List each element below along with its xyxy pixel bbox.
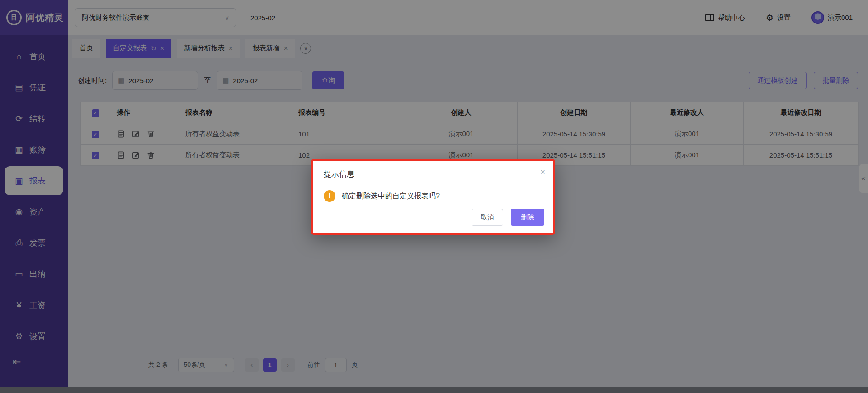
warning-icon: !	[324, 190, 335, 202]
dialog-title: 提示信息	[324, 169, 544, 179]
close-icon[interactable]: ×	[540, 167, 545, 177]
app-window: 目 阿优精灵 ⌂ 首页 ▤ 凭证 ⟳ 结转 ▦ 账簿 ▣ 报表	[0, 0, 868, 393]
dialog-actions: 取消 删除	[472, 209, 544, 226]
dialog-message: 确定删除选中的自定义报表吗?	[342, 192, 440, 201]
cancel-button[interactable]: 取消	[472, 209, 503, 226]
confirm-delete-button[interactable]: 删除	[511, 209, 544, 226]
confirm-dialog-body: 提示信息 × ! 确定删除选中的自定义报表吗? 取消 删除	[313, 161, 553, 233]
confirm-dialog: 提示信息 × ! 确定删除选中的自定义报表吗? 取消 删除	[311, 159, 555, 235]
